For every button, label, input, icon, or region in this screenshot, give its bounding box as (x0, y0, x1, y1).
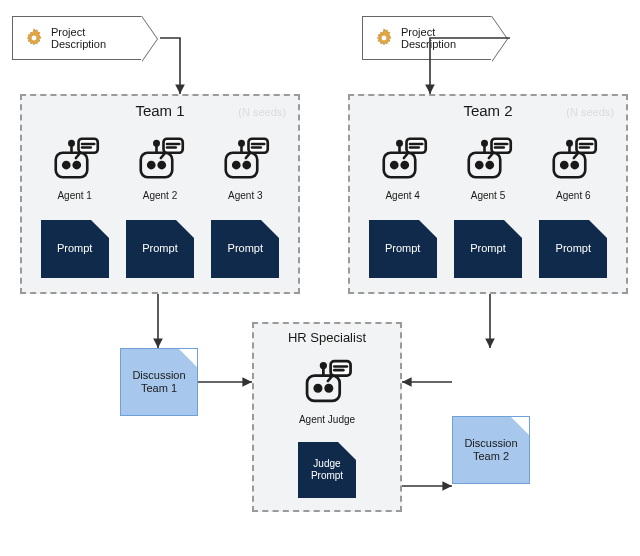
agent-label: Agent 6 (556, 190, 590, 201)
prompt-doc: Prompt (126, 220, 194, 278)
svg-point-30 (397, 141, 401, 145)
agent-3: Agent 3 (206, 130, 284, 201)
svg-rect-50 (307, 376, 340, 401)
agent-5: Agent 5 (449, 130, 527, 201)
project-description-label: Project Description (401, 26, 491, 50)
project-description-left: Project Description (12, 16, 142, 60)
robot-icon (375, 130, 431, 186)
team1-panel: Team 1 (N seeds) Agent 1 (20, 94, 300, 294)
gear-icon (23, 27, 45, 49)
hr-title: HR Specialist (254, 330, 400, 345)
agent-6: Agent 6 (534, 130, 612, 201)
team2-agents: Agent 4 Agent 5 (350, 130, 626, 201)
svg-point-11 (148, 162, 154, 168)
svg-point-0 (31, 35, 37, 41)
svg-point-19 (234, 162, 240, 168)
prompt-label: Prompt (57, 242, 92, 255)
judge-prompt-doc: Judge Prompt (298, 442, 356, 498)
svg-point-20 (244, 162, 250, 168)
svg-rect-10 (141, 153, 173, 178)
discussion-team1: Discussion Team 1 (120, 348, 198, 416)
discussion-label: Discussion Team 1 (132, 369, 185, 395)
svg-point-43 (562, 162, 568, 168)
agent-2: Agent 2 (121, 130, 199, 201)
svg-rect-31 (406, 139, 425, 153)
svg-rect-39 (491, 139, 510, 153)
agent-1: Agent 1 (36, 130, 114, 201)
svg-point-27 (391, 162, 397, 168)
discussion-team2: Discussion Team 2 (452, 416, 530, 484)
agent-label: Agent 5 (471, 190, 505, 201)
svg-point-51 (315, 385, 321, 391)
svg-point-3 (63, 162, 69, 168)
team2-prompts: Prompt Prompt Prompt (350, 220, 626, 278)
robot-icon (217, 130, 273, 186)
gear-icon (373, 27, 395, 49)
robot-icon (545, 130, 601, 186)
svg-rect-55 (331, 361, 351, 376)
svg-point-22 (240, 141, 244, 145)
svg-point-36 (487, 162, 493, 168)
hr-panel: HR Specialist Agent Judge Judge Prompt (252, 322, 402, 512)
svg-point-12 (159, 162, 165, 168)
agent-label: Agent 2 (143, 190, 177, 201)
project-description-right: Project Description (362, 16, 492, 60)
svg-point-14 (154, 141, 158, 145)
team1-agents: Agent 1 Agent 2 (22, 130, 298, 201)
svg-rect-47 (577, 139, 596, 153)
svg-point-46 (568, 141, 572, 145)
prompt-label: Prompt (228, 242, 263, 255)
prompt-doc: Prompt (41, 220, 109, 278)
svg-point-44 (572, 162, 578, 168)
prompt-label: Prompt (142, 242, 177, 255)
svg-point-54 (321, 363, 326, 368)
svg-point-35 (476, 162, 482, 168)
prompt-doc: Prompt (539, 220, 607, 278)
agent-label: Agent 4 (385, 190, 419, 201)
team1-watermark: (N seeds) (238, 106, 286, 118)
agent-label: Agent 3 (228, 190, 262, 201)
team1-prompts: Prompt Prompt Prompt (22, 220, 298, 278)
agent-judge-label: Agent Judge (299, 414, 355, 425)
svg-point-4 (73, 162, 79, 168)
prompt-doc: Prompt (211, 220, 279, 278)
prompt-label: Prompt (470, 242, 505, 255)
hr-agent: Agent Judge (254, 352, 400, 425)
team2-panel: Team 2 (N seeds) Agent 4 (348, 94, 628, 294)
svg-point-6 (69, 141, 73, 145)
svg-rect-15 (163, 139, 182, 153)
prompt-label: Prompt (385, 242, 420, 255)
discussion-label: Discussion Team 2 (464, 437, 517, 463)
robot-icon (460, 130, 516, 186)
judge-prompt-label: Judge Prompt (311, 458, 343, 482)
prompt-doc: Prompt (454, 220, 522, 278)
svg-rect-2 (55, 153, 87, 178)
robot-icon (298, 352, 356, 410)
robot-icon (47, 130, 103, 186)
svg-rect-7 (78, 139, 97, 153)
agent-4: Agent 4 (364, 130, 442, 201)
svg-rect-42 (554, 153, 586, 178)
svg-rect-18 (226, 153, 258, 178)
prompt-label: Prompt (556, 242, 591, 255)
agent-label: Agent 1 (57, 190, 91, 201)
robot-icon (132, 130, 188, 186)
svg-rect-26 (383, 153, 415, 178)
project-description-label: Project Description (51, 26, 141, 50)
team2-watermark: (N seeds) (566, 106, 614, 118)
svg-point-38 (482, 141, 486, 145)
svg-rect-34 (469, 153, 501, 178)
svg-rect-23 (249, 139, 268, 153)
prompt-doc: Prompt (369, 220, 437, 278)
svg-point-28 (401, 162, 407, 168)
svg-point-1 (381, 35, 387, 41)
svg-point-52 (326, 385, 332, 391)
